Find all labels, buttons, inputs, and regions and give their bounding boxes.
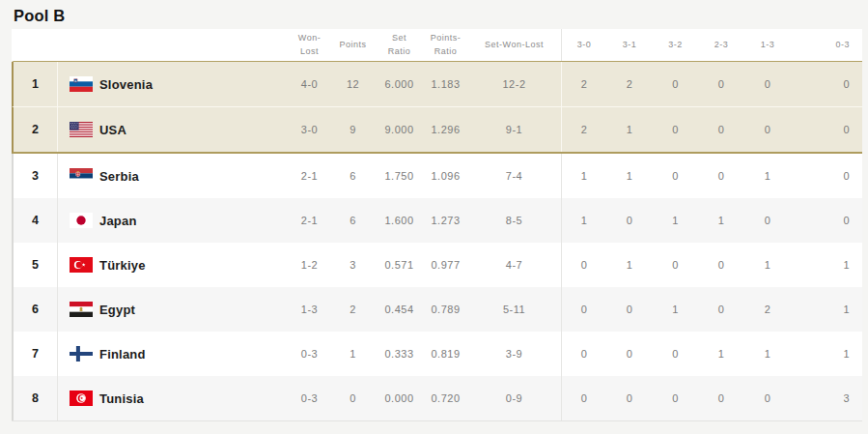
team-name: Japan [99,214,137,228]
set-won-lost-value: 5-11 [503,304,525,315]
result-0-3-count: 1 [843,259,850,271]
serbia-flag-icon [70,168,93,184]
set-won-lost-value: 7-4 [506,170,522,182]
team-name: Serbia [99,169,139,184]
set-ratio-value: 0.454 [384,304,413,315]
column-header-0-3: 0-3 [835,39,850,51]
result-3-0-count: 0 [581,348,588,360]
result-3-1-count: 2 [627,78,633,90]
result-0-3-count: 1 [843,348,850,360]
points-ratio-value: 0.819 [431,348,460,360]
table-row-usa[interactable]: 2 USA 3-0 9 9.000 1.296 9-1 2 1 0 0 0 0 [12,107,862,154]
set-won-lost-value: 0-9 [506,392,522,404]
result-0-3-count: 0 [843,215,850,226]
team-cell[interactable]: Serbia [57,154,288,198]
team-cell[interactable]: Japan [57,198,288,243]
set-won-lost-value: 8-5 [506,215,522,226]
rank-number: 4 [32,214,39,227]
result-3-1-count: 0 [627,392,633,404]
result-3-0-count: 1 [581,170,588,182]
set-won-lost-value: 9-1 [506,124,522,135]
team-cell[interactable]: Tunisia [57,376,288,420]
result-3-1-count: 0 [627,304,633,315]
points-ratio-value: 0.720 [431,392,460,404]
team-cell[interactable]: Slovenia [57,62,288,106]
table-row-tunisia[interactable]: 8 Tunisia 0-3 0 0.000 0.720 0-9 0 0 0 0 … [12,376,862,420]
result-0-3-count: 0 [843,78,850,90]
team-name: USA [99,123,126,137]
result-2-3-count: 0 [718,304,725,315]
result-3-2-count: 0 [672,348,679,360]
result-2-3-count: 0 [718,259,725,271]
standings-table: Won-Lost Points Set Ratio Points-Ratio S… [12,29,862,421]
header-rank-cell [14,29,57,61]
team-name: Slovenia [99,77,153,92]
column-header-points-ratio: Points-Ratio [424,32,467,57]
won-lost-value: 2-1 [301,170,318,182]
column-header-3-1: 3-1 [623,39,637,51]
won-lost-value: 4-0 [301,78,318,90]
team-cell[interactable]: Finland [57,332,288,376]
result-3-2-count: 0 [672,259,679,271]
points-value: 12 [347,78,359,90]
team-cell[interactable]: USA [57,107,288,152]
table-row-turkiye[interactable]: 5 Türkiye 1-2 3 0.571 0.977 4-7 0 1 0 0 … [12,243,862,287]
column-header-3-2: 3-2 [668,39,683,51]
won-lost-value: 3-0 [301,124,318,135]
finland-flag-icon [70,346,93,362]
rank-number: 3 [32,169,39,183]
set-ratio-value: 1.600 [384,215,413,226]
result-2-3-count: 0 [718,124,725,135]
result-3-2-count: 0 [672,124,679,135]
set-ratio-value: 1.750 [384,170,413,182]
result-3-1-count: 1 [627,170,633,182]
set-ratio-value: 6.000 [384,78,413,90]
column-header-1-3: 1-3 [761,39,775,51]
set-won-lost-value: 12-2 [502,78,525,90]
column-header-set-ratio: Set Ratio [384,32,415,57]
set-ratio-value: 0.333 [384,348,413,360]
column-header-2-3: 2-3 [714,39,729,51]
won-lost-value: 1-3 [301,304,318,315]
result-3-2-count: 1 [672,304,679,315]
result-0-3-count: 1 [843,304,850,315]
points-value: 3 [350,259,356,271]
column-header-set-won-lost: Set-Won-Lost [485,39,544,51]
result-1-3-count: 0 [765,215,771,226]
result-1-3-count: 1 [765,259,771,271]
set-ratio-value: 0.000 [384,392,413,404]
table-header-row: Won-Lost Points Set Ratio Points-Ratio S… [12,29,862,62]
result-2-3-count: 0 [718,78,725,90]
result-1-3-count: 1 [765,170,771,182]
rank-number: 2 [32,123,39,136]
usa-flag-icon [70,122,93,137]
pool-title: Pool B [14,7,868,25]
result-2-3-count: 1 [718,215,725,226]
table-row-slovenia[interactable]: 1 Slovenia 4-0 12 6.000 1.183 12-2 2 2 0… [12,62,862,107]
points-value: 1 [350,348,356,360]
rank-number: 5 [32,258,39,272]
header-team-cell [57,29,288,61]
table-row-finland[interactable]: 7 Finland 0-3 1 0.333 0.819 3-9 0 0 0 1 … [12,332,862,376]
points-value: 6 [350,170,356,182]
table-row-serbia[interactable]: 3 Serbia 2-1 6 1.750 1.096 7-4 1 1 0 0 1… [12,154,862,198]
result-3-1-count: 1 [627,259,633,271]
points-value: 0 [350,392,356,404]
team-cell[interactable]: Egypt [57,287,288,332]
points-value: 6 [350,215,356,226]
table-row-egypt[interactable]: 6 Egypt 1-3 2 0.454 0.789 5-11 0 0 1 0 2… [12,287,862,332]
table-row-japan[interactable]: 4 Japan 2-1 6 1.600 1.273 8-5 1 0 1 1 0 … [12,198,862,243]
column-header-points: Points [339,39,366,51]
result-3-2-count: 0 [672,78,679,90]
points-ratio-value: 1.183 [431,78,460,90]
result-1-3-count: 0 [765,78,771,90]
result-1-3-count: 0 [765,392,771,404]
points-value: 2 [350,304,356,315]
result-3-1-count: 0 [627,348,633,360]
rank-number: 7 [32,347,39,361]
result-2-3-count: 0 [718,170,725,182]
team-name: Tunisia [99,391,144,406]
result-3-1-count: 0 [627,215,633,226]
team-cell[interactable]: Türkiye [57,243,288,287]
rank-number: 1 [32,77,39,91]
